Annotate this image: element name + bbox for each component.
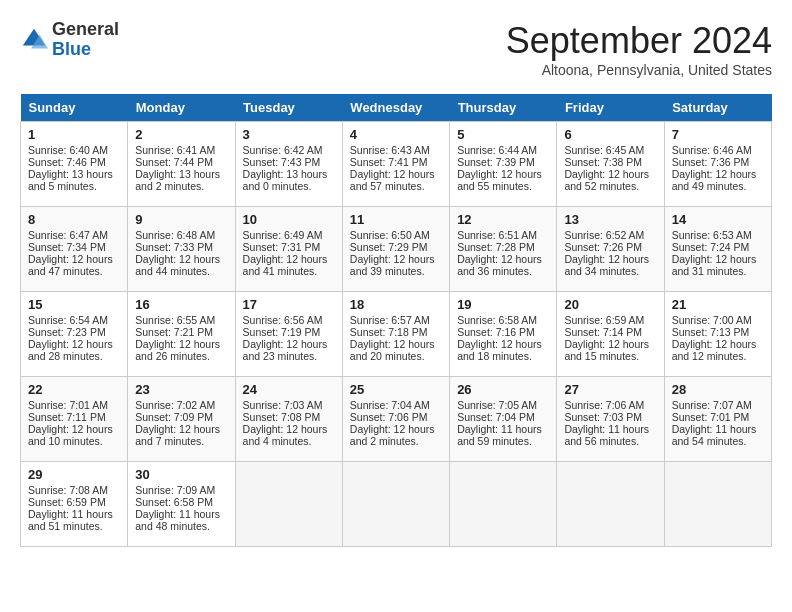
calendar-cell: 4Sunrise: 6:43 AMSunset: 7:41 PMDaylight… <box>342 122 449 207</box>
sunset-text: Sunset: 7:19 PM <box>243 326 321 338</box>
day-number: 23 <box>135 382 227 397</box>
week-row-5: 29Sunrise: 7:08 AMSunset: 6:59 PMDayligh… <box>21 462 772 547</box>
calendar-table: SundayMondayTuesdayWednesdayThursdayFrid… <box>20 94 772 547</box>
calendar-cell: 6Sunrise: 6:45 AMSunset: 7:38 PMDaylight… <box>557 122 664 207</box>
calendar-cell: 18Sunrise: 6:57 AMSunset: 7:18 PMDayligh… <box>342 292 449 377</box>
daylight-text: Daylight: 12 hours and 18 minutes. <box>457 338 542 362</box>
daylight-text: Daylight: 12 hours and 49 minutes. <box>672 168 757 192</box>
day-number: 7 <box>672 127 764 142</box>
calendar-cell <box>235 462 342 547</box>
sunrise-text: Sunrise: 6:55 AM <box>135 314 215 326</box>
sunrise-text: Sunrise: 7:04 AM <box>350 399 430 411</box>
sunset-text: Sunset: 7:41 PM <box>350 156 428 168</box>
daylight-text: Daylight: 12 hours and 10 minutes. <box>28 423 113 447</box>
daylight-text: Daylight: 12 hours and 52 minutes. <box>564 168 649 192</box>
calendar-cell: 5Sunrise: 6:44 AMSunset: 7:39 PMDaylight… <box>450 122 557 207</box>
sunrise-text: Sunrise: 6:43 AM <box>350 144 430 156</box>
sunrise-text: Sunrise: 7:07 AM <box>672 399 752 411</box>
daylight-text: Daylight: 12 hours and 41 minutes. <box>243 253 328 277</box>
header-sunday: Sunday <box>21 94 128 122</box>
title-section: September 2024 Altoona, Pennsylvania, Un… <box>506 20 772 78</box>
sunset-text: Sunset: 7:36 PM <box>672 156 750 168</box>
day-number: 9 <box>135 212 227 227</box>
day-number: 21 <box>672 297 764 312</box>
daylight-text: Daylight: 12 hours and 44 minutes. <box>135 253 220 277</box>
sunset-text: Sunset: 7:24 PM <box>672 241 750 253</box>
sunset-text: Sunset: 7:43 PM <box>243 156 321 168</box>
day-number: 17 <box>243 297 335 312</box>
calendar-cell: 13Sunrise: 6:52 AMSunset: 7:26 PMDayligh… <box>557 207 664 292</box>
daylight-text: Daylight: 12 hours and 34 minutes. <box>564 253 649 277</box>
calendar-cell: 26Sunrise: 7:05 AMSunset: 7:04 PMDayligh… <box>450 377 557 462</box>
sunrise-text: Sunrise: 6:47 AM <box>28 229 108 241</box>
sunrise-text: Sunrise: 6:51 AM <box>457 229 537 241</box>
sunrise-text: Sunrise: 7:01 AM <box>28 399 108 411</box>
daylight-text: Daylight: 11 hours and 54 minutes. <box>672 423 757 447</box>
calendar-cell <box>664 462 771 547</box>
sunset-text: Sunset: 7:34 PM <box>28 241 106 253</box>
sunset-text: Sunset: 7:26 PM <box>564 241 642 253</box>
header-monday: Monday <box>128 94 235 122</box>
calendar-cell <box>557 462 664 547</box>
sunrise-text: Sunrise: 6:57 AM <box>350 314 430 326</box>
sunset-text: Sunset: 7:46 PM <box>28 156 106 168</box>
day-number: 12 <box>457 212 549 227</box>
calendar-cell: 2Sunrise: 6:41 AMSunset: 7:44 PMDaylight… <box>128 122 235 207</box>
sunset-text: Sunset: 7:06 PM <box>350 411 428 423</box>
logo: General Blue <box>20 20 119 60</box>
sunrise-text: Sunrise: 7:06 AM <box>564 399 644 411</box>
daylight-text: Daylight: 12 hours and 57 minutes. <box>350 168 435 192</box>
sunset-text: Sunset: 6:59 PM <box>28 496 106 508</box>
calendar-cell: 15Sunrise: 6:54 AMSunset: 7:23 PMDayligh… <box>21 292 128 377</box>
header-saturday: Saturday <box>664 94 771 122</box>
calendar-cell: 1Sunrise: 6:40 AMSunset: 7:46 PMDaylight… <box>21 122 128 207</box>
day-number: 4 <box>350 127 442 142</box>
day-number: 15 <box>28 297 120 312</box>
day-number: 6 <box>564 127 656 142</box>
daylight-text: Daylight: 12 hours and 36 minutes. <box>457 253 542 277</box>
daylight-text: Daylight: 12 hours and 7 minutes. <box>135 423 220 447</box>
calendar-cell: 11Sunrise: 6:50 AMSunset: 7:29 PMDayligh… <box>342 207 449 292</box>
sunset-text: Sunset: 7:01 PM <box>672 411 750 423</box>
sunrise-text: Sunrise: 7:00 AM <box>672 314 752 326</box>
day-number: 22 <box>28 382 120 397</box>
calendar-cell: 19Sunrise: 6:58 AMSunset: 7:16 PMDayligh… <box>450 292 557 377</box>
month-title: September 2024 <box>506 20 772 62</box>
daylight-text: Daylight: 12 hours and 12 minutes. <box>672 338 757 362</box>
sunset-text: Sunset: 7:18 PM <box>350 326 428 338</box>
daylight-text: Daylight: 12 hours and 15 minutes. <box>564 338 649 362</box>
sunrise-text: Sunrise: 6:40 AM <box>28 144 108 156</box>
sunrise-text: Sunrise: 7:02 AM <box>135 399 215 411</box>
sunrise-text: Sunrise: 6:53 AM <box>672 229 752 241</box>
sunset-text: Sunset: 7:21 PM <box>135 326 213 338</box>
week-row-4: 22Sunrise: 7:01 AMSunset: 7:11 PMDayligh… <box>21 377 772 462</box>
sunset-text: Sunset: 7:44 PM <box>135 156 213 168</box>
sunset-text: Sunset: 7:38 PM <box>564 156 642 168</box>
sunrise-text: Sunrise: 6:48 AM <box>135 229 215 241</box>
sunset-text: Sunset: 7:14 PM <box>564 326 642 338</box>
sunset-text: Sunset: 7:13 PM <box>672 326 750 338</box>
calendar-cell: 10Sunrise: 6:49 AMSunset: 7:31 PMDayligh… <box>235 207 342 292</box>
day-number: 30 <box>135 467 227 482</box>
calendar-cell: 30Sunrise: 7:09 AMSunset: 6:58 PMDayligh… <box>128 462 235 547</box>
sunset-text: Sunset: 7:31 PM <box>243 241 321 253</box>
sunrise-text: Sunrise: 6:50 AM <box>350 229 430 241</box>
sunrise-text: Sunrise: 6:45 AM <box>564 144 644 156</box>
calendar-cell: 22Sunrise: 7:01 AMSunset: 7:11 PMDayligh… <box>21 377 128 462</box>
day-number: 28 <box>672 382 764 397</box>
sunrise-text: Sunrise: 7:09 AM <box>135 484 215 496</box>
daylight-text: Daylight: 12 hours and 28 minutes. <box>28 338 113 362</box>
sunrise-text: Sunrise: 6:52 AM <box>564 229 644 241</box>
daylight-text: Daylight: 12 hours and 47 minutes. <box>28 253 113 277</box>
calendar-cell: 21Sunrise: 7:00 AMSunset: 7:13 PMDayligh… <box>664 292 771 377</box>
week-row-1: 1Sunrise: 6:40 AMSunset: 7:46 PMDaylight… <box>21 122 772 207</box>
calendar-cell: 3Sunrise: 6:42 AMSunset: 7:43 PMDaylight… <box>235 122 342 207</box>
daylight-text: Daylight: 13 hours and 2 minutes. <box>135 168 220 192</box>
sunrise-text: Sunrise: 7:05 AM <box>457 399 537 411</box>
calendar-cell <box>342 462 449 547</box>
sunrise-text: Sunrise: 6:44 AM <box>457 144 537 156</box>
daylight-text: Daylight: 12 hours and 55 minutes. <box>457 168 542 192</box>
calendar-cell: 28Sunrise: 7:07 AMSunset: 7:01 PMDayligh… <box>664 377 771 462</box>
sunset-text: Sunset: 7:16 PM <box>457 326 535 338</box>
page-header: General Blue September 2024 Altoona, Pen… <box>20 20 772 78</box>
